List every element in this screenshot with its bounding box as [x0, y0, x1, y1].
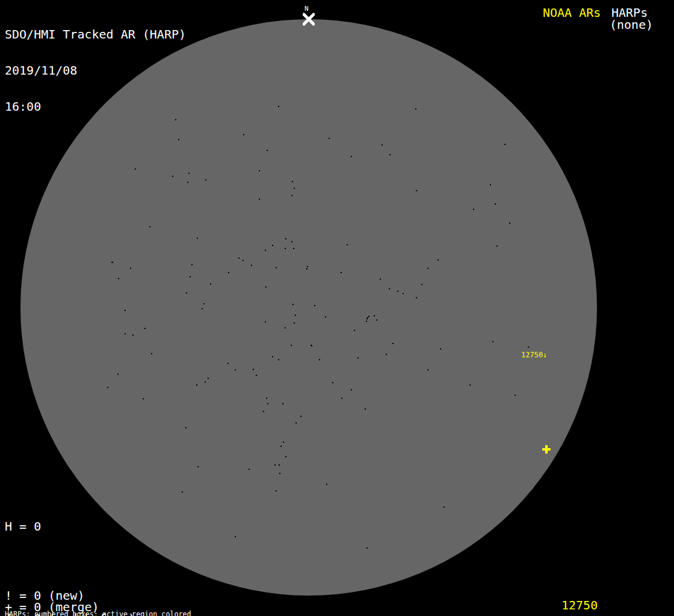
- north-label: N: [305, 5, 309, 13]
- sunspot-speck: [283, 442, 284, 443]
- footer-note-harps: HARPs: numbered boxes; active region col…: [5, 611, 250, 616]
- sunspot-speck: [319, 359, 320, 360]
- sunspot-speck: [196, 384, 197, 386]
- sunspot-speck: [278, 359, 279, 360]
- sunspot-speck: [495, 203, 496, 205]
- sunspot-speck: [397, 291, 398, 292]
- sunspot-speck: [374, 315, 375, 316]
- sunspot-speck: [276, 267, 277, 268]
- sunspot-speck: [515, 395, 516, 396]
- sunspot-speck: [295, 422, 297, 424]
- sunspot-speck: [300, 416, 301, 417]
- sunspot-speck: [205, 179, 206, 180]
- sunspot-speck: [473, 209, 474, 210]
- sunspot-speck: [325, 316, 326, 318]
- sunspot-speck: [314, 305, 315, 306]
- sunspot-speck: [416, 297, 417, 298]
- sunspot-speck: [143, 398, 144, 399]
- sunspot-speck: [367, 317, 368, 318]
- sunspot-speck: [111, 262, 113, 263]
- sunspot-speck: [238, 257, 240, 259]
- sunspot-speck: [203, 303, 205, 304]
- sunspot-speck: [276, 490, 277, 491]
- sunspot-speck: [293, 248, 294, 249]
- sunspot-speck: [190, 276, 191, 277]
- sunspot-speck: [135, 168, 136, 170]
- sunspot-speck: [496, 245, 498, 247]
- sunspot-speck: [294, 322, 295, 324]
- sunspot-speck: [285, 238, 286, 239]
- sunspot-speck: [243, 260, 244, 261]
- sunspot-speck: [185, 427, 187, 428]
- sunspot-speck: [197, 238, 198, 239]
- sunspot-speck: [182, 491, 183, 493]
- sunspot-speck: [368, 316, 369, 317]
- sunspot-speck: [437, 259, 439, 260]
- sunspot-speck: [249, 469, 250, 470]
- noaa-ar-cross-icon: [542, 445, 551, 454]
- sunspot-speck: [504, 144, 506, 145]
- sunspot-speck: [130, 268, 131, 269]
- sunspot-speck: [492, 341, 493, 342]
- sunspot-speck: [118, 278, 119, 279]
- sunspot-speck: [144, 328, 146, 329]
- sunspot-speck: [280, 446, 282, 447]
- footer-notes: HARPs: numbered boxes; active region col…: [5, 596, 250, 616]
- sunspot-speck: [278, 106, 279, 107]
- legend-spacer: [5, 555, 143, 567]
- sunspot-speck: [306, 268, 308, 270]
- legend-harp-count: H = 0: [5, 521, 143, 532]
- sunspot-speck: [326, 484, 327, 485]
- sunspot-speck: [251, 265, 252, 266]
- sunspot-speck: [366, 318, 368, 319]
- sunspot-speck: [329, 138, 330, 139]
- sunspot-speck: [341, 398, 342, 399]
- sunspot-speck: [285, 327, 286, 328]
- sunspot-speck: [380, 279, 381, 280]
- sunspot-speck: [427, 268, 428, 269]
- sunspot-speck: [266, 398, 267, 399]
- sunspot-speck: [208, 378, 209, 379]
- sunspot-speck: [272, 356, 273, 357]
- sunspot-speck: [347, 244, 348, 245]
- sunspot-speck: [416, 190, 417, 191]
- sunspot-speck: [187, 182, 188, 183]
- sunspot-speck: [188, 173, 190, 174]
- sunspot-speck: [307, 266, 308, 267]
- sunspot-speck: [351, 156, 352, 157]
- sunspot-speck: [366, 321, 367, 322]
- sunspot-speck: [392, 343, 394, 344]
- sunspot-speck: [210, 283, 211, 285]
- sunspot-speck: [227, 363, 229, 364]
- harps-value: (none): [610, 17, 653, 32]
- sunspot-speck: [282, 403, 283, 404]
- sunspot-speck: [149, 226, 150, 227]
- header-time: 16:00: [5, 100, 186, 112]
- sunspot-speck: [265, 321, 266, 322]
- sunspot-speck: [265, 286, 267, 288]
- sunspot-speck: [265, 250, 266, 251]
- sunspot-speck: [415, 108, 416, 109]
- sunspot-speck: [341, 272, 342, 273]
- sunspot-speck: [274, 464, 276, 466]
- sunspot-speck: [291, 241, 292, 242]
- sunspot-speck: [509, 223, 510, 224]
- sunspot-speck: [228, 272, 229, 273]
- north-pole-x-icon: [303, 13, 315, 26]
- noaa-ars-heading: NOAA ARs: [543, 5, 601, 20]
- sunspot-speck: [528, 346, 529, 348]
- page-title: SDO/HMI Tracked AR (HARP): [5, 28, 186, 40]
- sunspot-speck: [125, 333, 126, 334]
- sunspot-speck: [351, 389, 352, 390]
- sunspot-speck: [272, 245, 273, 246]
- sunspot-speck: [279, 464, 280, 466]
- sunspot-speck: [292, 304, 294, 305]
- sunspot-speck: [292, 181, 293, 182]
- sunspot-speck: [294, 188, 295, 189]
- sunspot-speck: [267, 403, 268, 404]
- noaa-ar-footer-number: 12750: [561, 598, 598, 612]
- solar-harp-map: SDO/HMI Tracked AR (HARP) 2019/11/08 16:…: [0, 0, 674, 616]
- sunspot-speck: [132, 334, 134, 336]
- sunspot-speck: [259, 170, 260, 171]
- sunspot-speck: [440, 348, 441, 350]
